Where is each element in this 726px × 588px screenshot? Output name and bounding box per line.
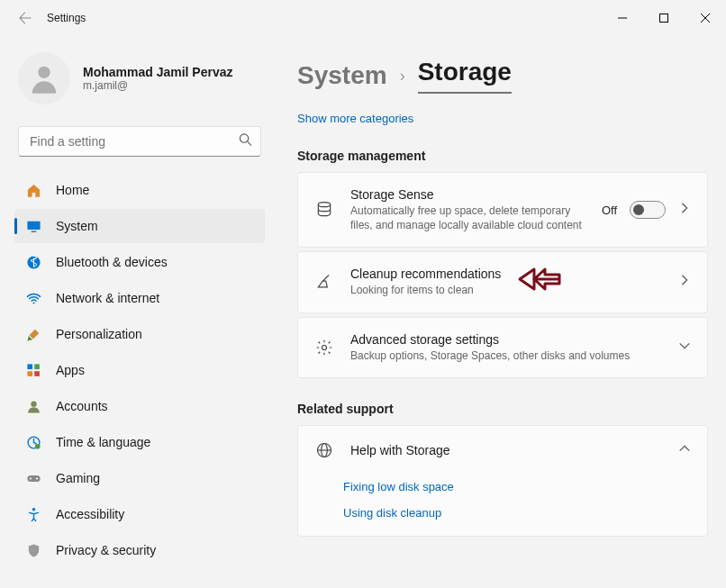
storage-sense-toggle[interactable] — [630, 201, 666, 219]
apps-icon — [25, 362, 41, 378]
nav-label: Accessibility — [56, 507, 124, 521]
row-title: Help with Storage — [350, 443, 662, 457]
search-input[interactable] — [18, 126, 261, 157]
storage-sense-row[interactable]: Storage Sense Automatically free up spac… — [297, 172, 708, 248]
svg-rect-9 — [27, 371, 32, 376]
svg-rect-8 — [34, 364, 40, 369]
svg-point-11 — [31, 401, 36, 406]
nav-label: Time & language — [56, 435, 150, 449]
paintbrush-icon — [25, 326, 41, 342]
breadcrumb-current: Storage — [418, 58, 512, 94]
maximize-button[interactable] — [643, 3, 685, 33]
nav-label: System — [56, 219, 98, 233]
gaming-icon — [25, 470, 41, 486]
svg-rect-14 — [27, 475, 40, 481]
database-icon — [314, 200, 334, 220]
user-email: m.jamil@ — [83, 79, 233, 92]
nav-label: Gaming — [56, 471, 100, 485]
chevron-up-icon — [678, 442, 691, 458]
bluetooth-icon — [25, 254, 41, 270]
svg-rect-10 — [34, 371, 40, 376]
nav-label: Privacy & security — [56, 543, 156, 557]
cleanup-recommendations-row[interactable]: Cleanup recommendations Looking for item… — [297, 251, 708, 312]
svg-point-2 — [240, 134, 248, 142]
window-title: Settings — [47, 12, 86, 24]
shield-icon — [25, 542, 41, 558]
help-link-disk-cleanup[interactable]: Using disk cleanup — [343, 506, 691, 520]
nav-gaming[interactable]: Gaming — [14, 461, 265, 495]
svg-rect-7 — [27, 364, 32, 369]
help-link-low-disk[interactable]: Fixing low disk space — [343, 480, 691, 493]
nav-label: Bluetooth & devices — [56, 255, 168, 269]
globe-clock-icon — [25, 434, 41, 450]
back-button[interactable] — [11, 4, 40, 32]
row-title: Storage Sense — [350, 187, 585, 202]
person-icon — [26, 60, 62, 96]
nav-privacy-security[interactable]: Privacy & security — [14, 533, 265, 567]
broom-icon — [314, 272, 334, 292]
svg-point-15 — [29, 477, 31, 479]
toggle-label: Off — [602, 204, 617, 217]
svg-rect-0 — [660, 14, 668, 23]
home-icon — [25, 182, 41, 198]
row-subtitle: Automatically free up space, delete temp… — [350, 204, 585, 232]
nav-bluetooth[interactable]: Bluetooth & devices — [14, 245, 265, 279]
nav-accounts[interactable]: Accounts — [14, 389, 265, 423]
section-related-support: Related support — [297, 402, 708, 416]
chevron-right-icon: › — [400, 67, 405, 86]
svg-point-13 — [34, 443, 40, 448]
search-box — [18, 126, 261, 157]
nav-label: Personalization — [56, 327, 142, 341]
help-with-storage-row[interactable]: Help with Storage — [298, 426, 707, 475]
nav-system[interactable]: System — [14, 209, 265, 243]
close-button[interactable] — [685, 3, 726, 33]
row-subtitle: Looking for items to clean — [350, 283, 662, 297]
row-title: Advanced storage settings — [350, 332, 662, 347]
nav-label: Home — [56, 183, 89, 197]
arrow-left-icon — [18, 11, 32, 25]
svg-point-6 — [32, 302, 34, 303]
sidebar: Mohammad Jamil Pervaz m.jamil@ Home Syst… — [0, 36, 270, 588]
svg-point-18 — [318, 203, 330, 207]
show-more-categories-link[interactable]: Show more categories — [297, 112, 708, 125]
main-content: System › Storage Show more categories St… — [270, 36, 726, 588]
search-icon — [239, 133, 252, 150]
nav-label: Network & internet — [56, 291, 159, 305]
svg-rect-3 — [27, 221, 40, 229]
title-bar: Settings — [0, 0, 726, 36]
chevron-down-icon — [678, 339, 691, 356]
svg-point-19 — [322, 345, 327, 349]
nav-personalization[interactable]: Personalization — [14, 317, 265, 351]
help-with-storage-card: Help with Storage Fixing low disk space … — [297, 425, 708, 537]
globe-icon — [314, 440, 334, 460]
gear-icon — [314, 338, 334, 357]
nav-time-language[interactable]: Time & language — [14, 425, 265, 459]
nav-label: Apps — [56, 363, 85, 377]
nav-accessibility[interactable]: Accessibility — [14, 497, 265, 531]
accessibility-icon — [25, 506, 41, 522]
minimize-button[interactable] — [602, 3, 643, 33]
wifi-icon — [25, 290, 41, 306]
svg-point-1 — [38, 67, 50, 78]
breadcrumb-parent[interactable]: System — [297, 61, 387, 90]
row-title: Cleanup recommendations — [350, 267, 662, 281]
chevron-right-icon — [678, 202, 691, 218]
window-controls — [602, 3, 726, 33]
help-links: Fixing low disk space Using disk cleanup — [298, 475, 707, 536]
chevron-right-icon — [678, 274, 691, 290]
nav-list: Home System Bluetooth & devices Network … — [14, 173, 265, 567]
user-profile[interactable]: Mohammad Jamil Pervaz m.jamil@ — [14, 36, 265, 122]
breadcrumb: System › Storage — [297, 58, 708, 94]
nav-network[interactable]: Network & internet — [14, 281, 265, 315]
nav-apps[interactable]: Apps — [14, 353, 265, 387]
accounts-icon — [25, 398, 41, 414]
row-subtitle: Backup options, Storage Spaces, other di… — [350, 348, 662, 363]
advanced-storage-row[interactable]: Advanced storage settings Backup options… — [297, 317, 708, 378]
avatar — [18, 52, 70, 104]
svg-rect-4 — [31, 231, 36, 231]
nav-home[interactable]: Home — [14, 173, 265, 207]
nav-label: Accounts — [56, 399, 108, 413]
user-name: Mohammad Jamil Pervaz — [83, 65, 233, 79]
svg-point-16 — [35, 477, 37, 479]
system-icon — [25, 218, 41, 234]
